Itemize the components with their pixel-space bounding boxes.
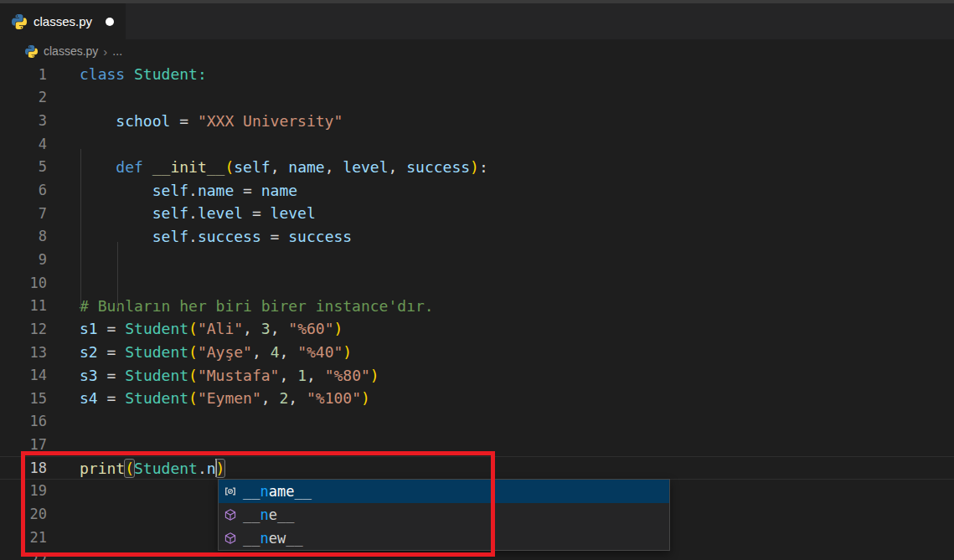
line-number: 4 [0, 136, 47, 152]
code-line[interactable]: 3 school = "XXX University" [0, 109, 954, 132]
line-number: 10 [0, 275, 47, 291]
line-number: 16 [0, 413, 47, 429]
suggestion-item[interactable]: __name__ [219, 480, 669, 503]
code-line[interactable]: 18print(Student.n) [0, 456, 954, 480]
suggestion-label: __name__ [243, 483, 312, 500]
code-line[interactable]: 17 [0, 433, 954, 456]
line-number: 11 [0, 297, 47, 314]
suggestion-label: __ne__ [243, 506, 294, 523]
suggestion-item[interactable]: __ne__ [219, 503, 669, 527]
line-number: 5 [0, 158, 47, 175]
suggestion-label: __new__ [243, 530, 303, 547]
line-number: 19 [0, 482, 47, 499]
code-text: s3 = Student("Mustafa", 1, "%80") [47, 367, 379, 384]
line-number: 7 [0, 205, 47, 222]
code-line[interactable]: 10 [0, 271, 954, 295]
line-number: 15 [0, 390, 47, 407]
code-line[interactable]: 11# Bunların her biri birer instance'dır… [0, 294, 954, 317]
line-number: 12 [0, 321, 47, 337]
indent-guide [80, 149, 81, 308]
code-text: print(Student.n) [47, 459, 224, 477]
code-line[interactable]: 12s1 = Student("Ali", 3, "%60") [0, 317, 954, 341]
code-line[interactable]: 9 [0, 248, 954, 271]
chevron-right-icon: › [103, 44, 107, 59]
code-text: self.level = level [47, 204, 316, 222]
code-line[interactable]: 8 self.success = success [0, 224, 954, 248]
code-line[interactable]: 16 [0, 410, 954, 434]
code-line[interactable]: 6 self.name = name [0, 178, 954, 202]
suggest-widget: __name____ne____new__ [218, 479, 670, 551]
breadcrumb-file[interactable]: classes.py [44, 44, 98, 58]
code-line[interactable]: 4 [0, 132, 954, 156]
line-number: 13 [0, 344, 47, 361]
code-text: s2 = Student("Ayşe", 4, "%40") [47, 343, 352, 361]
suggestion-item[interactable]: __new__ [219, 527, 669, 550]
code-text: s1 = Student("Ali", 3, "%60") [47, 320, 343, 337]
code-line[interactable]: 13s2 = Student("Ayşe", 4, "%40") [0, 341, 954, 364]
line-number: 9 [0, 251, 47, 268]
modified-dot[interactable] [106, 18, 114, 26]
line-number: 21 [0, 529, 47, 546]
code-text: s4 = Student("Eymen", 2, "%100") [47, 389, 370, 407]
code-line[interactable]: 14s3 = Student("Mustafa", 1, "%80") [0, 363, 954, 387]
tab-classes-py[interactable]: classes.py [0, 3, 126, 39]
code-text: def __init__(self, name, level, success)… [47, 158, 488, 176]
breadcrumb: classes.py › ... [0, 39, 954, 63]
tab-bar: classes.py [0, 3, 954, 39]
code-line[interactable]: 5 def __init__(self, name, level, succes… [0, 156, 954, 179]
code-text: # Bunların her biri birer instance'dır. [47, 297, 434, 315]
tab-label: classes.py [34, 14, 92, 28]
line-number: 17 [0, 436, 47, 453]
symbol-constant-icon [222, 485, 239, 498]
line-number: 8 [0, 228, 47, 244]
code-line[interactable]: 2 [0, 86, 954, 110]
code-line[interactable]: 15s4 = Student("Eymen", 2, "%100") [0, 387, 954, 410]
line-number: 6 [0, 182, 47, 198]
line-number: 2 [0, 89, 47, 105]
python-icon [25, 45, 38, 58]
symbol-method-icon [222, 532, 239, 545]
line-number: 18 [0, 460, 47, 476]
code-line[interactable]: 7 self.level = level [0, 202, 954, 225]
vscode-window: classes.py classes.py › ... 1class Stude… [0, 0, 954, 560]
code-text: class Student: [47, 65, 207, 83]
breadcrumb-ellipsis[interactable]: ... [112, 44, 122, 58]
symbol-method-icon [222, 508, 239, 521]
code-text: self.name = name [47, 182, 297, 199]
line-number: 20 [0, 506, 47, 522]
line-number: 1 [0, 66, 47, 83]
line-number: 3 [0, 112, 47, 129]
line-number: 14 [0, 367, 47, 383]
code-text: school = "XXX University" [47, 112, 343, 130]
code-text: self.success = success [47, 228, 352, 245]
indent-guide [117, 242, 118, 308]
python-icon [12, 14, 27, 29]
code-line[interactable]: 1class Student: [0, 63, 954, 86]
line-number: 22 [0, 552, 47, 560]
